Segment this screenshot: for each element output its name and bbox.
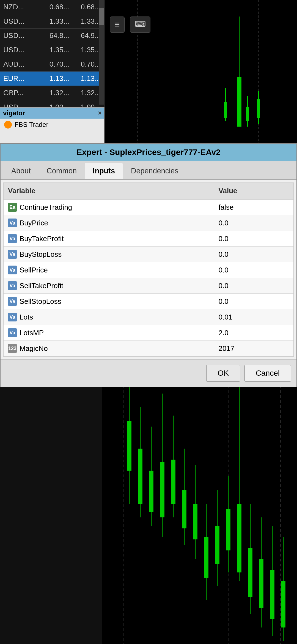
hamburger-icon: ≡ (115, 20, 120, 29)
svg-rect-24 (171, 460, 175, 504)
col-value: Value (214, 183, 293, 199)
var-value-5[interactable]: 0.0 (214, 278, 293, 294)
symbol-row[interactable]: USD... 1.33... 1.33... (0, 14, 104, 29)
svg-rect-10 (257, 99, 260, 118)
symbol-row[interactable]: USD... 64.8... 64.9... (0, 29, 104, 43)
var-name-3[interactable]: BuyStopLoss (20, 250, 62, 259)
var-icon-3: Va (8, 250, 17, 259)
svg-rect-20 (149, 471, 153, 512)
var-name-8[interactable]: LotsMP (20, 329, 44, 337)
keyboard-icon: ⌨ (135, 20, 146, 28)
fbs-icon (4, 121, 12, 129)
inputs-row: Va BuyTakeProfit 0.0 (4, 231, 293, 247)
inputs-row: Va BuyStopLoss 0.0 (4, 247, 293, 262)
var-icon-5: Va (8, 281, 17, 290)
expert-title-bar: Expert - SuplexPrices_tiger777-EAv2 (1, 144, 296, 161)
inputs-table-wrapper: Variable Value Ea ContinueTrading false … (3, 182, 294, 357)
var-name-9[interactable]: MagicNo (20, 344, 48, 353)
var-icon-4: Va (8, 266, 17, 274)
inputs-row: Va SellPrice 0.0 (4, 262, 293, 278)
var-value-9[interactable]: 2017 (214, 341, 293, 356)
var-value-7[interactable]: 0.01 (214, 309, 293, 325)
inputs-row: Va SellTakeProfit 0.0 (4, 278, 293, 294)
var-name-6[interactable]: SellStopLoss (20, 297, 61, 306)
var-icon-9: 123 (8, 344, 17, 353)
hamburger-button[interactable]: ≡ (110, 17, 125, 33)
var-value-3[interactable]: 0.0 (214, 247, 293, 262)
inputs-row: Ea ContinueTrading false (4, 199, 293, 215)
svg-rect-30 (204, 537, 208, 578)
ok-button[interactable]: OK (206, 365, 240, 382)
symbol-row[interactable]: EUR... 1.13... 1.13... (0, 72, 104, 86)
cancel-button[interactable]: Cancel (244, 365, 291, 382)
svg-rect-38 (248, 548, 252, 597)
svg-rect-16 (127, 421, 131, 471)
svg-rect-40 (259, 559, 263, 608)
col-variable: Variable (4, 183, 214, 199)
svg-rect-4 (237, 77, 241, 127)
var-name-1[interactable]: BuyPrice (20, 219, 48, 227)
symbol-row[interactable]: NZD... 0.68... 0.68... (0, 0, 104, 14)
inputs-table: Variable Value Ea ContinueTrading false … (4, 183, 293, 356)
expert-dialog: Expert - SuplexPrices_tiger777-EAv2 Abou… (0, 143, 297, 387)
symbol-row[interactable]: GBP... 1.32... 1.32... (0, 86, 104, 100)
var-name-0[interactable]: ContinueTrading (20, 203, 72, 212)
svg-rect-26 (182, 490, 186, 528)
svg-rect-42 (270, 570, 274, 619)
navigator-title: vigator (3, 109, 25, 117)
var-name-5[interactable]: SellTakeProfit (20, 282, 63, 290)
symbol-row[interactable]: USD... 1.35... 1.35... (0, 43, 104, 57)
navigator-fbs-item[interactable]: FBS Trader (0, 119, 104, 131)
navigator-close-button[interactable]: × (98, 110, 101, 117)
scrollbar[interactable] (99, 0, 104, 105)
var-value-2[interactable]: 0.0 (214, 231, 293, 247)
navigator-panel: vigator × FBS Trader (0, 107, 105, 143)
expert-tabs: AboutCommonInputsDependencies (1, 161, 296, 180)
expert-tab-common[interactable]: Common (39, 163, 85, 179)
var-name-2[interactable]: BuyTakeProfit (20, 234, 64, 243)
var-icon-6: Va (8, 297, 17, 306)
svg-rect-44 (281, 581, 285, 627)
svg-rect-32 (215, 526, 219, 564)
var-icon-0: Ea (8, 203, 17, 212)
dialog-footer: OK Cancel (1, 359, 296, 387)
expert-tab-about[interactable]: About (3, 163, 39, 179)
svg-rect-18 (138, 449, 142, 504)
var-icon-7: Va (8, 313, 17, 321)
inputs-row: Va BuyPrice 0.0 (4, 215, 293, 231)
var-value-8[interactable]: 2.0 (214, 325, 293, 341)
var-value-6[interactable]: 0.0 (214, 294, 293, 309)
expert-tab-dependencies[interactable]: Dependencies (123, 163, 186, 179)
var-icon-2: Va (8, 234, 17, 243)
svg-rect-8 (246, 107, 249, 121)
var-value-0[interactable]: false (214, 199, 293, 215)
var-icon-8: Va (8, 328, 17, 337)
chart-top: ≡ ⌨ (105, 0, 297, 143)
svg-rect-28 (193, 504, 197, 539)
var-name-7[interactable]: Lots (20, 313, 33, 321)
scrollbar-thumb[interactable] (99, 8, 104, 25)
svg-rect-22 (160, 462, 164, 517)
inputs-row: Va LotsMP 2.0 (4, 325, 293, 341)
inputs-row: Va SellStopLoss 0.0 (4, 294, 293, 309)
chart-toolbar: ≡ ⌨ (110, 17, 150, 33)
inputs-row: 123 MagicNo 2017 (4, 341, 293, 356)
svg-rect-34 (226, 509, 230, 550)
var-value-1[interactable]: 0.0 (214, 215, 293, 231)
keyboard-button[interactable]: ⌨ (130, 17, 150, 33)
fbs-label: FBS Trader (15, 121, 48, 129)
navigator-header: vigator × (0, 108, 104, 119)
svg-rect-36 (237, 504, 241, 572)
var-value-4[interactable]: 0.0 (214, 262, 293, 278)
symbol-row[interactable]: AUD... 0.70... 0.70... (0, 57, 104, 72)
svg-rect-6 (224, 102, 227, 118)
var-icon-1: Va (8, 219, 17, 227)
var-name-4[interactable]: SellPrice (20, 266, 48, 274)
expert-tab-inputs[interactable]: Inputs (85, 163, 123, 179)
inputs-row: Va Lots 0.01 (4, 309, 293, 325)
